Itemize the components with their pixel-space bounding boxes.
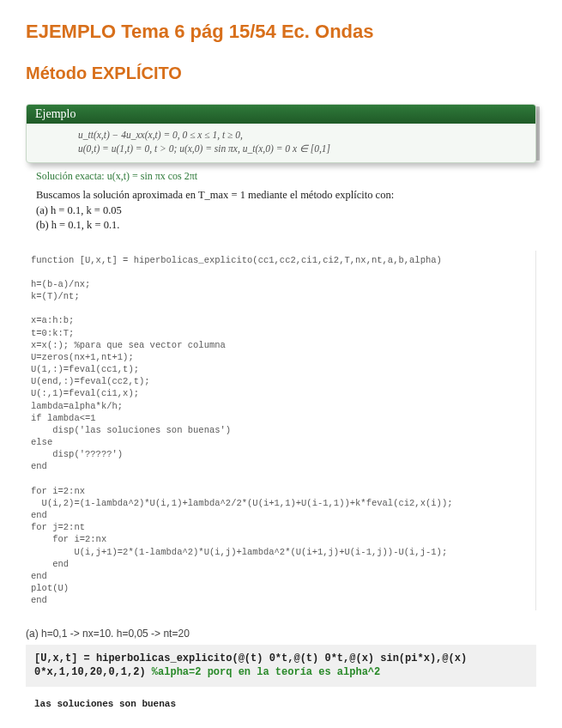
problem-setup: Buscamos la solución aproximada en T_max…	[36, 188, 533, 234]
example-header: Ejemplo	[35, 107, 76, 121]
cmd-comment: %alpha=2 porq en la teoría es alpha^2	[152, 666, 380, 678]
example-equation-2: u(0,t) = u(1,t) = 0, t > 0; u(x,0) = sin…	[78, 143, 501, 156]
case-a-label: (a) h=0,1 -> nx=10. h=0,05 -> nt=20	[26, 628, 536, 640]
setup-line-2: (a) h = 0.1, k = 0.05	[36, 203, 533, 219]
code-listing: function [U,x,t] = hiperbolicas_explicit…	[26, 251, 536, 610]
command-output: las soluciones son buenas	[34, 699, 536, 709]
exact-solution: Solución exacta: u(x,t) = sin πx cos 2πt	[36, 170, 533, 183]
setup-line-3: (b) h = 0.1, k = 0.1.	[36, 218, 533, 234]
matlab-command: [U,x,t] = hiperbolicas_explicito(@(t) 0*…	[26, 645, 536, 688]
page-title: EJEMPLO Tema 6 pág 15/54 Ec. Ondas	[26, 21, 536, 43]
setup-line-1: Buscamos la solución aproximada en T_max…	[36, 188, 533, 203]
example-equation-1: u_tt(x,t) − 4u_xx(x,t) = 0, 0 ≤ x ≤ 1, t…	[78, 129, 501, 143]
example-box: Ejemplo u_tt(x,t) − 4u_xx(x,t) = 0, 0 ≤ …	[26, 104, 536, 163]
section-title: Método EXPLÍCITO	[26, 64, 536, 83]
